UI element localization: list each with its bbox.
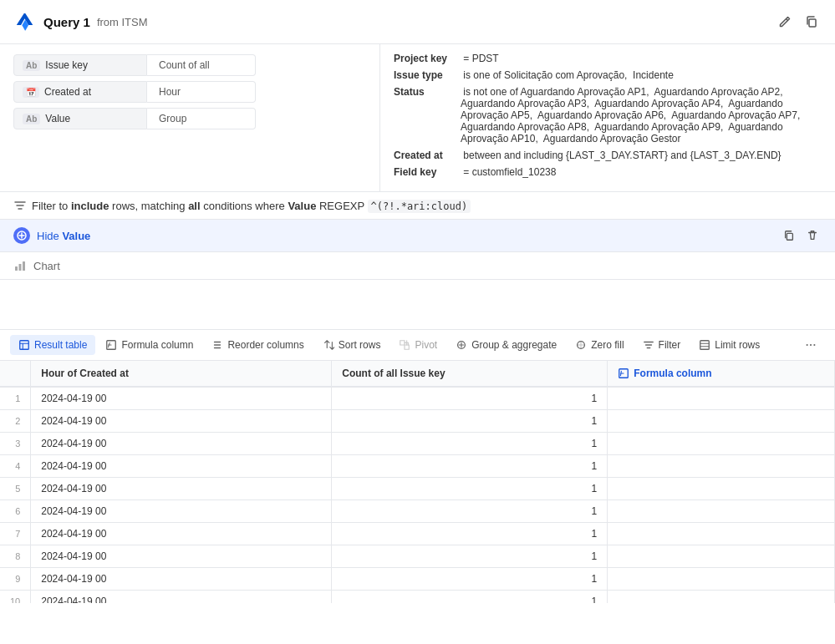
cell-hour: 2024-04-19 00 xyxy=(31,545,332,568)
cell-rownum: 2 xyxy=(0,410,31,433)
svg-point-13 xyxy=(813,344,815,346)
hide-bar: Hide Value xyxy=(0,220,835,252)
filter-key-project: Project key xyxy=(394,53,461,64)
filter-key-status: Status xyxy=(394,86,461,145)
limit-rows-icon xyxy=(699,339,710,351)
table-row: 6 2024-04-19 00 1 xyxy=(0,500,835,523)
cell-rownum: 4 xyxy=(0,455,31,478)
col-count-header[interactable]: Count of all Issue key xyxy=(332,361,608,387)
field-transform-createdat[interactable]: Hour xyxy=(147,81,256,103)
toolbar-result-table[interactable]: Result table xyxy=(10,335,95,355)
pivot-icon xyxy=(399,339,410,351)
filter-icon xyxy=(13,199,27,212)
hide-copy-button[interactable] xyxy=(780,226,798,245)
svg-rect-0 xyxy=(809,19,816,27)
toolbar-filter[interactable]: Filter xyxy=(634,335,690,355)
svg-rect-4 xyxy=(19,264,22,271)
toolbar-more[interactable] xyxy=(797,335,825,355)
cell-rownum: 5 xyxy=(0,478,31,500)
filter-bar: Filter to include rows, matching all con… xyxy=(0,192,835,220)
field-label-value: Ab Value xyxy=(13,108,147,129)
cell-rownum: 9 xyxy=(0,568,31,591)
cell-rownum: 7 xyxy=(0,523,31,545)
toolbar-group-aggregate[interactable]: Group & aggregate xyxy=(447,335,565,355)
field-name-value: Value xyxy=(45,113,70,124)
cell-rownum: 6 xyxy=(0,500,31,523)
result-table-icon xyxy=(18,339,30,351)
chart-bar: Chart xyxy=(0,252,835,280)
field-badge-createdat: 📅 xyxy=(23,87,39,98)
filter-val-fieldkey: = customfield_10238 xyxy=(461,166,556,178)
toolbar-pivot[interactable]: Pivot xyxy=(390,335,446,355)
toolbar-reorder-columns[interactable]: Reorder columns xyxy=(203,335,312,355)
cell-count: 1 xyxy=(332,478,608,500)
cell-formula xyxy=(608,591,835,604)
svg-rect-5 xyxy=(23,261,25,271)
toolbar-zero-fill[interactable]: Zero fill xyxy=(567,335,632,355)
query-source: from ITSM xyxy=(97,16,148,28)
svg-point-12 xyxy=(810,344,812,346)
field-transform-value[interactable]: Group xyxy=(147,108,256,129)
filter-key-issuetype: Issue type xyxy=(394,69,461,81)
sort-rows-icon xyxy=(323,339,334,351)
table-row: 4 2024-04-19 00 1 xyxy=(0,455,835,478)
filter-bar-text: Filter to include rows, matching all con… xyxy=(32,200,471,212)
cell-count: 1 xyxy=(332,545,608,568)
reorder-columns-icon xyxy=(211,339,223,351)
svg-rect-10 xyxy=(700,341,710,350)
top-bar: Query 1 from ITSM xyxy=(0,0,835,44)
field-row-issuekey: Ab Issue key Count of all xyxy=(13,54,366,76)
filter-fieldkey: Field key = customfield_10238 xyxy=(394,166,822,178)
field-name-createdat: Created at xyxy=(44,86,91,98)
formula-column-icon xyxy=(105,339,117,351)
cell-formula xyxy=(608,410,835,433)
cell-formula xyxy=(608,523,835,545)
formula-col-icon xyxy=(618,368,629,379)
cell-formula xyxy=(608,387,835,410)
filter-val-project: = PDST xyxy=(461,53,499,64)
field-transform-issuekey[interactable]: Count of all xyxy=(147,54,256,76)
cell-count: 1 xyxy=(332,568,608,591)
table-row: 5 2024-04-19 00 1 xyxy=(0,478,835,500)
cell-count: 1 xyxy=(332,387,608,410)
logo xyxy=(13,10,37,33)
cell-hour: 2024-04-19 00 xyxy=(31,387,332,410)
cell-formula xyxy=(608,478,835,500)
table-container: Hour of Created at Count of all Issue ke… xyxy=(0,361,835,603)
hide-bar-text: Hide Value xyxy=(37,230,773,242)
copy-button[interactable] xyxy=(802,12,822,32)
field-row-createdat: 📅 Created at Hour xyxy=(13,81,366,103)
toolbar-sort-rows[interactable]: Sort rows xyxy=(314,335,389,355)
filter-issue-type: Issue type is one of Solicitação com Apr… xyxy=(394,69,822,81)
cell-hour: 2024-04-19 00 xyxy=(31,500,332,523)
group-aggregate-icon xyxy=(456,339,467,351)
cell-hour: 2024-04-19 00 xyxy=(31,478,332,500)
col-formula-header[interactable]: Formula column xyxy=(608,361,835,387)
filter-key-createdat: Created at xyxy=(394,150,461,161)
hide-delete-button[interactable] xyxy=(803,226,822,245)
table-row: 10 2024-04-19 00 1 xyxy=(0,591,835,604)
cell-formula xyxy=(608,568,835,591)
hide-bar-actions xyxy=(780,226,822,245)
table-header-row: Hour of Created at Count of all Issue ke… xyxy=(0,361,835,387)
query-title: Query 1 xyxy=(43,15,90,29)
edit-button[interactable] xyxy=(775,12,795,32)
hide-bar-icon xyxy=(13,227,30,244)
cell-count: 1 xyxy=(332,591,608,604)
filter-createdat: Created at between and including {LAST_3… xyxy=(394,150,822,161)
table-row: 3 2024-04-19 00 1 xyxy=(0,433,835,455)
more-icon xyxy=(805,339,817,351)
col-hour-header[interactable]: Hour of Created at xyxy=(31,361,332,387)
col-rownum-header xyxy=(0,361,31,387)
toolbar-limit-rows[interactable]: Limit rows xyxy=(690,335,768,355)
filter-project-key: Project key = PDST xyxy=(394,53,822,64)
filter-val-issuetype: is one of Solicitação com Aprovação, Inc… xyxy=(461,69,674,81)
svg-rect-6 xyxy=(20,341,29,350)
fields-panel: Ab Issue key Count of all 📅 Created at H… xyxy=(0,44,380,191)
filter-val-status: is not one of Aguardando Aprovação AP1, … xyxy=(461,86,822,145)
toolbar-formula-column[interactable]: Formula column xyxy=(97,335,201,355)
field-badge-value: Ab xyxy=(23,114,40,124)
cell-formula xyxy=(608,500,835,523)
cell-hour: 2024-04-19 00 xyxy=(31,433,332,455)
query-config: Ab Issue key Count of all 📅 Created at H… xyxy=(0,44,835,192)
